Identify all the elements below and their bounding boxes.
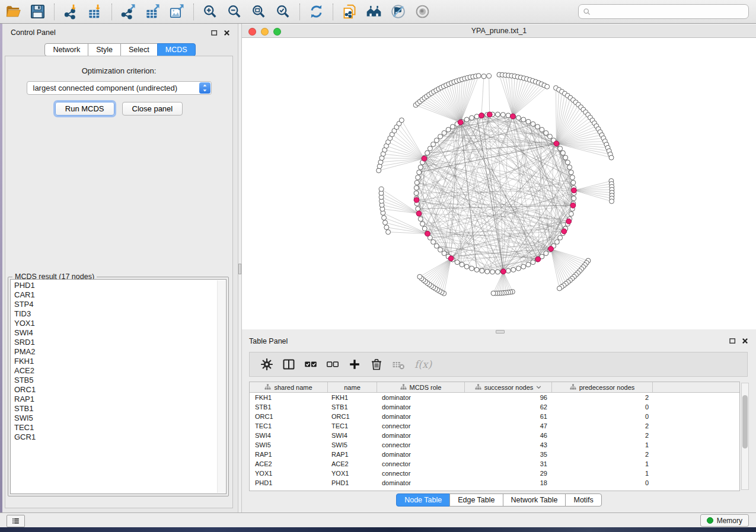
search-input[interactable]	[594, 7, 745, 17]
graph-node[interactable]	[399, 118, 404, 123]
graph-node[interactable]	[431, 142, 436, 147]
graph-node[interactable]	[521, 117, 526, 122]
graph-node[interactable]	[544, 130, 548, 135]
graph-dominator-node[interactable]	[479, 113, 484, 118]
tab-edge-table[interactable]: Edge Table	[449, 493, 503, 507]
graph-node[interactable]	[384, 225, 389, 230]
hide-graphics-details-icon[interactable]	[390, 4, 406, 20]
graph-node[interactable]	[563, 155, 568, 160]
save-session-icon[interactable]	[30, 4, 46, 20]
clone-network-icon[interactable]	[342, 4, 358, 20]
network-graph[interactable]	[242, 38, 756, 329]
graph-node[interactable]	[418, 217, 423, 222]
graph-node[interactable]	[422, 226, 427, 231]
graph-dominator-node[interactable]	[458, 120, 463, 125]
graph-node[interactable]	[438, 134, 443, 139]
table-row[interactable]: STB1STB1dominator620	[250, 402, 739, 412]
close-panel-icon[interactable]	[224, 30, 230, 36]
tab-style[interactable]: Style	[88, 43, 121, 56]
graph-node[interactable]	[417, 274, 422, 279]
graph-node[interactable]	[609, 155, 614, 160]
graph-node[interactable]	[450, 124, 455, 129]
graph-node[interactable]	[414, 180, 419, 185]
graph-dominator-node[interactable]	[535, 257, 541, 262]
tab-node-table[interactable]: Node Table	[396, 493, 450, 507]
graph-node[interactable]	[431, 239, 436, 244]
tab-network-table[interactable]: Network Table	[503, 493, 566, 507]
close-panel-icon[interactable]	[742, 338, 748, 344]
add-icon[interactable]	[347, 357, 362, 371]
table-row[interactable]: ACE2ACE2connector311	[250, 459, 739, 469]
import-network-icon[interactable]	[63, 4, 79, 20]
graph-node[interactable]	[526, 262, 531, 267]
graph-dominator-node[interactable]	[416, 211, 422, 216]
refresh-layout-icon[interactable]	[308, 4, 324, 20]
graph-node[interactable]	[383, 220, 388, 225]
graph-node[interactable]	[567, 165, 572, 169]
graph-node[interactable]	[434, 138, 439, 143]
table-row[interactable]: ORC1ORC1dominator610	[250, 412, 739, 421]
column-header-name[interactable]: name	[328, 382, 377, 392]
column-header-mcds-role[interactable]: MCDS role	[377, 382, 465, 392]
graph-dominator-node[interactable]	[572, 188, 577, 193]
table-row[interactable]: SWI5SWI5connector431	[250, 440, 739, 450]
graph-node[interactable]	[434, 243, 439, 248]
mcds-result-item[interactable]: PHD1	[11, 281, 217, 290]
graph-node[interactable]	[474, 114, 479, 119]
graph-node[interactable]	[560, 150, 565, 155]
graph-node[interactable]	[442, 251, 446, 256]
graph-node[interactable]	[540, 127, 544, 132]
graph-node[interactable]	[500, 113, 505, 117]
graph-node[interactable]	[545, 84, 550, 89]
mcds-result-item[interactable]: RAP1	[11, 395, 217, 404]
graph-node[interactable]	[386, 230, 391, 235]
graph-node[interactable]	[558, 235, 563, 240]
task-history-button[interactable]	[7, 515, 25, 527]
horizontal-splitter[interactable]	[242, 329, 756, 334]
graph-node[interactable]	[544, 251, 548, 256]
graph-node[interactable]	[535, 124, 540, 129]
graph-dominator-node[interactable]	[566, 219, 572, 224]
graph-node[interactable]	[382, 216, 387, 220]
graph-node[interactable]	[377, 168, 381, 173]
float-panel-icon[interactable]	[729, 338, 736, 344]
graph-node[interactable]	[572, 196, 576, 201]
mcds-result-item[interactable]: FKH1	[11, 357, 217, 366]
graph-node[interactable]	[554, 239, 559, 244]
graph-node[interactable]	[495, 112, 500, 117]
graph-node[interactable]	[516, 266, 521, 271]
graph-node[interactable]	[485, 269, 490, 274]
graph-node[interactable]	[506, 268, 511, 273]
table-row[interactable]: YOX1YOX1connector291	[250, 469, 739, 478]
maximize-window-icon[interactable]	[273, 28, 281, 36]
mcds-result-item[interactable]: STB5	[11, 376, 217, 385]
graph-node[interactable]	[417, 170, 422, 175]
network-overview-icon[interactable]	[366, 4, 382, 20]
mcds-result-item[interactable]: SRD1	[11, 338, 217, 347]
columns-icon[interactable]	[282, 357, 296, 371]
table-row[interactable]: TEC1TEC1connector472	[250, 421, 739, 431]
graph-node[interactable]	[557, 286, 562, 291]
tab-network[interactable]: Network	[44, 43, 88, 56]
settings-icon[interactable]	[260, 357, 274, 371]
graph-node[interactable]	[446, 127, 451, 132]
graph-node[interactable]	[470, 116, 474, 120]
graph-node[interactable]	[470, 266, 474, 271]
graph-node[interactable]	[425, 150, 430, 155]
zoom-out-icon[interactable]	[227, 4, 243, 20]
graph-node[interactable]	[379, 187, 384, 191]
zoom-selected-icon[interactable]	[275, 4, 291, 20]
mcds-result-item[interactable]: TEC1	[11, 423, 217, 432]
vertical-splitter[interactable]	[238, 24, 242, 512]
mcds-result-item[interactable]: CAR1	[11, 290, 217, 300]
table-row[interactable]: PHD1PHD1dominator180	[250, 478, 739, 488]
graph-node[interactable]	[416, 175, 420, 180]
graph-node[interactable]	[531, 260, 535, 265]
graph-node[interactable]	[428, 146, 432, 151]
import-table-icon[interactable]	[87, 4, 103, 20]
graph-dominator-node[interactable]	[511, 114, 516, 119]
tab-motifs[interactable]: Motifs	[565, 493, 601, 507]
mcds-result-item[interactable]: YOX1	[11, 319, 217, 328]
mcds-result-item[interactable]: STP4	[11, 300, 217, 309]
graph-node[interactable]	[487, 73, 492, 78]
